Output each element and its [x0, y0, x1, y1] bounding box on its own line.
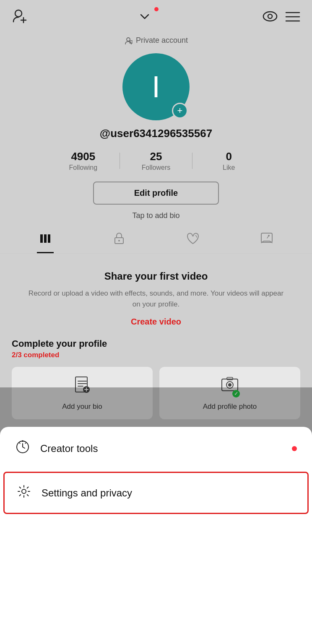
creator-tools-label: Creator tools [40, 443, 98, 454]
nav-right [262, 9, 300, 27]
tab-liked[interactable] [156, 232, 230, 253]
notification-dot [154, 7, 159, 11]
username: @user6341296535567 [0, 127, 312, 140]
svg-rect-11 [40, 234, 43, 243]
svg-rect-12 [44, 234, 47, 243]
videos-tab-icon [39, 232, 52, 248]
eye-icon[interactable] [262, 9, 278, 27]
edit-profile-button[interactable]: Edit profile [93, 182, 219, 205]
tagged-tab-icon [260, 232, 273, 248]
share-video-section: Share your first video Record or upload … [0, 254, 312, 327]
avatar-add-button[interactable]: + [172, 103, 188, 119]
dropdown-arrow-icon[interactable] [137, 9, 153, 28]
creator-tools-dot [292, 446, 297, 451]
hamburger-menu-icon[interactable] [285, 11, 300, 26]
complete-profile-progress: 2/3 completed [12, 351, 300, 359]
stats-row: 4905 Following 25 Followers 0 Like [47, 150, 265, 171]
share-description: Record or upload a video with effects, s… [25, 288, 287, 309]
settings-icon [16, 484, 31, 502]
svg-rect-13 [48, 234, 50, 243]
create-video-button[interactable]: Create video [131, 317, 181, 327]
svg-point-0 [15, 10, 22, 17]
heart-tab-icon [186, 232, 200, 248]
creator-tools-icon [15, 439, 30, 457]
tap-bio-label[interactable]: Tap to add bio [0, 211, 312, 220]
followers-stat[interactable]: 25 Followers [120, 150, 192, 171]
share-title: Share your first video [25, 270, 287, 282]
nav-center[interactable] [137, 9, 153, 28]
avatar[interactable]: I + [122, 53, 190, 120]
svg-point-30 [22, 440, 23, 442]
svg-point-15 [118, 240, 120, 242]
add-user-icon[interactable] [12, 8, 28, 28]
svg-point-31 [22, 489, 26, 493]
svg-point-27 [228, 383, 231, 387]
tab-private[interactable] [82, 232, 156, 253]
likes-stat[interactable]: 0 Like [192, 150, 265, 171]
nav-left [12, 8, 28, 28]
complete-profile-title: Complete your profile [12, 338, 300, 349]
private-account-label: Private account [0, 36, 312, 45]
tab-tagged[interactable] [230, 232, 304, 253]
tab-videos[interactable] [8, 232, 82, 253]
bottom-sheet-overlay: Creator tools Settings and privacy [0, 387, 312, 516]
top-nav [0, 0, 312, 32]
settings-privacy-label: Settings and privacy [42, 487, 132, 499]
creator-tools-item[interactable]: Creator tools [0, 427, 312, 470]
avatar-letter: I [152, 72, 160, 102]
lock-tab-icon [113, 232, 125, 248]
bottom-sheet: Creator tools Settings and privacy [0, 427, 312, 516]
svg-point-4 [268, 14, 272, 18]
svg-point-3 [263, 12, 277, 21]
following-stat[interactable]: 4905 Following [47, 150, 120, 171]
settings-privacy-item[interactable]: Settings and privacy [3, 472, 309, 514]
profile-tab-bar [0, 232, 312, 254]
avatar-section: I + [0, 53, 312, 120]
